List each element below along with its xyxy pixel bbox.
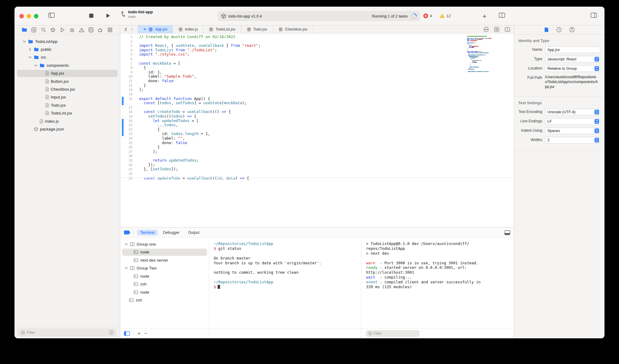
tree-item-checkbox-jsx[interactable]: Checkbox.jsx (15, 85, 120, 93)
terminal-session-zsh[interactable]: zsh (120, 280, 209, 288)
terminal-session-zsh[interactable]: zsh (120, 296, 209, 304)
dropdown-stepper-icon[interactable] (595, 66, 599, 71)
stop-task-button[interactable] (89, 13, 94, 18)
dropdown-stepper-icon[interactable] (595, 138, 599, 143)
terminal-group-group-one[interactable]: Group one (120, 240, 209, 248)
remove-terminal-button[interactable]: − (144, 331, 147, 336)
location-dropdown[interactable]: Relative to Group (545, 65, 600, 72)
text-encoding-dropdown[interactable]: Unicode (UTF-8) (545, 109, 600, 115)
tab-todo-jsx[interactable]: Todo.jsx (241, 25, 273, 33)
add-terminal-button[interactable]: + (138, 331, 141, 336)
history-inspector-icon[interactable] (556, 27, 562, 32)
terminal-pane-git[interactable]: ~/Repositories/TodoListApp$ git status O… (209, 238, 361, 328)
drawer-tab-terminal[interactable]: Terminal (137, 230, 158, 236)
disclosure-down-icon[interactable] (125, 243, 128, 245)
drawer-tag-icon[interactable] (124, 230, 131, 235)
dropdown-stepper-icon[interactable] (595, 110, 599, 114)
activity-status-bar[interactable]: todo-list-app v1.0.4 Running 1 of 2 task… (218, 11, 420, 21)
terminal-pane-dev-server[interactable]: > TodoListApp@0.1.0 dev /Users/austincon… (361, 238, 514, 328)
toggle-terminal-sidebar-icon[interactable] (124, 331, 130, 336)
dropdown-stepper-icon[interactable] (595, 57, 599, 62)
history-forward-icon[interactable] (131, 27, 134, 31)
warning-badge[interactable]: 12 (439, 13, 451, 18)
toggle-left-sidebar-icon[interactable] (48, 13, 55, 18)
tab-index-js[interactable]: index.js (173, 25, 203, 33)
minimize-window-button[interactable] (27, 14, 31, 18)
terminal-session-node[interactable]: node (120, 288, 209, 296)
debug-navigator-icon[interactable] (69, 27, 75, 33)
symbols-navigator-icon[interactable] (88, 27, 94, 33)
toggle-right-sidebar-icon[interactable] (591, 13, 597, 18)
terminal-filter-input[interactable]: Filter (366, 330, 420, 337)
navigator-filter-input[interactable]: Filter (18, 329, 116, 337)
disclosure-down-icon[interactable] (34, 64, 38, 66)
source-control-navigator-icon[interactable] (31, 27, 37, 33)
library-navigator-icon[interactable] (107, 27, 113, 33)
name-field[interactable] (545, 47, 600, 53)
issues-navigator-icon[interactable] (79, 27, 84, 33)
disclosure-right-icon[interactable] (28, 48, 32, 51)
swap-editor-icon[interactable] (494, 27, 499, 32)
drawer-tab-debugger[interactable]: Debugger (160, 230, 183, 236)
help-inspector-icon[interactable] (569, 27, 575, 32)
close-tab-icon[interactable]: ✕ (143, 27, 146, 31)
indent-using-dropdown[interactable]: Spaces (545, 127, 600, 134)
terminal-line: nothing to commit, working tree clean (214, 270, 361, 275)
tree-item-todolist-jsx[interactable]: TodoList.jsx (15, 109, 120, 117)
collapse-drawer-icon[interactable] (504, 230, 510, 235)
file-icon (45, 111, 49, 115)
minimap-line (467, 53, 503, 53)
tab-checkbox-jsx[interactable]: Checkbox.jsx (273, 25, 313, 33)
error-badge[interactable]: 4 (423, 13, 432, 18)
terminal-icon (134, 258, 138, 262)
project-navigator-icon[interactable] (22, 27, 27, 33)
code-line: 2 (120, 39, 465, 44)
tree-item-todolistapp[interactable]: TodoListApp (15, 37, 120, 45)
zoom-window-button[interactable] (34, 14, 38, 18)
tab-todolist-jsx[interactable]: TodoList.jsx (203, 25, 241, 33)
tree-item-index-js[interactable]: index.js (15, 117, 120, 125)
split-editor-icon[interactable] (505, 27, 510, 32)
dropdown-stepper-icon[interactable] (595, 119, 599, 124)
tree-item-label: Button.jsx (51, 79, 69, 84)
tab-app-jsx[interactable]: ✕App.jsx (138, 25, 173, 33)
widths-dropdown[interactable]: 2 (545, 137, 600, 143)
file-inspector-icon[interactable] (544, 27, 549, 32)
terminal-group-group-two[interactable]: Group Two (120, 264, 209, 272)
run-navigator-icon[interactable] (60, 27, 65, 33)
tree-item-app-jsx[interactable]: App.jsx (15, 69, 120, 77)
terminal-session-node[interactable]: node (120, 248, 209, 256)
add-editor-button[interactable]: + (482, 12, 487, 21)
bottom-bar-divider (134, 331, 134, 336)
disclosure-down-icon[interactable] (125, 267, 128, 269)
file-icon (45, 79, 49, 84)
tree-item-components[interactable]: components (15, 61, 120, 69)
tree-item-package-json[interactable]: package.json (15, 125, 120, 133)
extensions-navigator-icon[interactable] (98, 27, 103, 33)
package-navigator-icon[interactable] (50, 27, 56, 33)
run-task-button[interactable] (106, 13, 110, 18)
minimap-line (467, 43, 503, 44)
terminal-session-node[interactable]: node (120, 272, 209, 280)
drawer-tab-output[interactable]: Output (185, 230, 203, 236)
tree-item-input-jsx[interactable]: Input.jsx (15, 93, 120, 101)
dropdown-stepper-icon[interactable] (595, 128, 599, 133)
type-dropdown[interactable]: Javascript: React (545, 56, 600, 63)
split-editor-toolbar-icon[interactable] (499, 13, 505, 18)
tree-item-public[interactable]: public (15, 45, 120, 53)
tree-item-todo-jsx[interactable]: Todo.jsx (15, 101, 120, 109)
search-navigator-icon[interactable] (41, 27, 46, 33)
minimap[interactable] (467, 36, 503, 72)
tree-item-src[interactable]: src (15, 53, 120, 61)
code-editor[interactable]: 1// Created by Austin Condiff on 02/16/2… (120, 34, 514, 227)
history-back-icon[interactable] (125, 27, 127, 31)
tree-item-button-jsx[interactable]: Button.jsx (15, 77, 120, 85)
terminal-session-next-dev-server[interactable]: next dev server (120, 256, 209, 264)
disclosure-down-icon[interactable] (28, 56, 32, 58)
file-icon (40, 119, 43, 124)
tab-overflow-menu-icon[interactable] (484, 27, 489, 32)
filter-options-icon[interactable] (109, 330, 114, 335)
disclosure-down-icon[interactable] (22, 40, 26, 43)
close-window-button[interactable] (19, 14, 24, 18)
line-endings-dropdown[interactable]: LF (545, 118, 600, 125)
